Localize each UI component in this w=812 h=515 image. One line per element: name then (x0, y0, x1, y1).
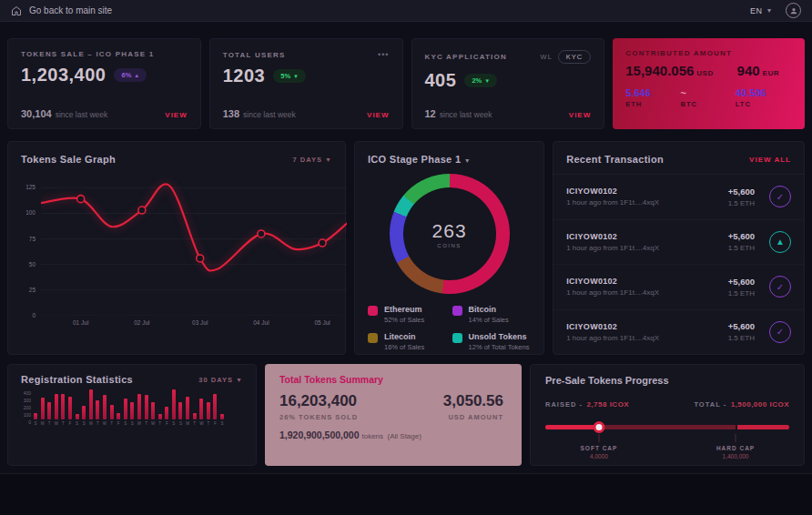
bar: F (165, 407, 168, 419)
coins-label: COINS (437, 243, 462, 248)
view-button[interactable]: VIEW (367, 111, 389, 119)
transaction-row[interactable]: ICIYOW0102 1 hour ago from 1F1t....4xqX … (553, 220, 804, 266)
bar-day-label: T (62, 421, 65, 426)
presale-progress-panel: Pre-Sale Tokens Progress RAISED - 2,758 … (530, 364, 805, 466)
y-tick-label: 0 (17, 312, 36, 318)
trend-badge: 2%▼ (464, 74, 497, 87)
view-button[interactable]: VIEW (569, 111, 591, 119)
bar: W (199, 399, 203, 419)
panel-title: Pre-Sale Tokens Progress (545, 375, 789, 386)
bar: S (76, 414, 79, 419)
panel-title[interactable]: ICO Stage Phase 1 ▼ (368, 154, 471, 165)
transaction-eth-amount: 1.5 ETH (728, 199, 755, 207)
hard-cap-label: HARD CAP 1,400,000 (716, 445, 755, 459)
user-avatar[interactable] (786, 3, 801, 18)
usd-amount: 3,050.56 USD AMOUNT (443, 392, 503, 421)
progress-handle[interactable] (593, 421, 604, 433)
ltc-contribution: 40.506 LTC (736, 87, 790, 108)
language-selector[interactable]: EN ▼ (750, 6, 773, 15)
bar-day-label: S (179, 421, 182, 426)
transaction-meta: 1 hour ago from 1F1t....4xqX (566, 244, 728, 252)
chevron-down-icon: ▼ (236, 377, 243, 383)
delta-note: since last week (440, 110, 492, 119)
line-marker (319, 239, 326, 247)
legend-swatch (368, 306, 378, 316)
donut-chart: 263 COINS (390, 174, 510, 294)
total-tokens-summary-panel: Total Tokens Summary 16,203,400 26% TOKE… (265, 364, 522, 466)
card-contributed-amount: CONTRIBUTED AMOUNT 15,940.056USD 940EUR … (613, 38, 805, 129)
check-icon: ✓ (769, 276, 791, 298)
kyc-tab[interactable]: KYC (558, 50, 591, 64)
bar-day-label: F (69, 421, 72, 426)
bar: M (89, 389, 93, 419)
line-marker (258, 230, 265, 237)
bar-day-label: T (193, 421, 196, 426)
progress-track (545, 425, 789, 429)
transaction-id: ICIYOW0102 (566, 322, 728, 331)
ico-stage-panel: ICO Stage Phase 1 ▼ 263 COINS Ethereum 5… (354, 141, 544, 355)
view-button[interactable]: VIEW (165, 111, 187, 119)
legend-swatch (452, 333, 462, 343)
bar: S (172, 389, 176, 419)
range-dropdown[interactable]: 7 DAYS ▼ (293, 156, 332, 164)
range-dropdown[interactable]: 30 DAYS ▼ (198, 376, 243, 384)
bar: M (186, 397, 189, 419)
card-title: TOTAL USERS (223, 51, 286, 59)
total-amount: TOTAL - 1,500,000 ICOX (694, 394, 789, 410)
view-all-button[interactable]: VIEW ALL (749, 156, 791, 164)
bar: S (130, 402, 134, 419)
legend-item: Bitcoin 14% of Sales (452, 305, 532, 324)
legend-name: Ethereum (384, 305, 424, 314)
transaction-row[interactable]: ICIYOW0102 1 hour ago from 1F1t....4xqX … (553, 175, 804, 220)
bar: S (34, 413, 37, 419)
btc-contribution: ~ BTC (681, 87, 736, 108)
card-tokens-sale: TOKENS SALE – ICO PHASE 1 1,203,400 6%▲ … (7, 38, 201, 129)
dots-menu-icon[interactable]: ••• (378, 50, 389, 59)
card-title: KYC APPLICATION (425, 53, 507, 61)
tokens-sale-value: 1,203,400 (21, 65, 106, 86)
bar: T (96, 400, 99, 419)
card-title: CONTRIBUTED AMOUNT (625, 49, 792, 57)
user-icon (789, 6, 798, 15)
legend-desc: 14% of Sales (469, 316, 509, 324)
softcap-tick (598, 434, 599, 442)
legend-name: Bitcoin (469, 305, 509, 314)
raised-amount: RAISED - 2,758 ICOX (545, 394, 629, 410)
transaction-row[interactable]: ICIYOW0102 1 hour ago from 1F1t....4xqX … (553, 265, 804, 310)
line-chart-svg (41, 177, 347, 316)
bar-day-label: F (117, 421, 120, 426)
y-tick-label: 25 (17, 287, 36, 293)
transaction-row[interactable]: ICIYOW0102 1 hour ago from 1F1t....4xqX … (553, 310, 804, 355)
bar-day-label: T (48, 421, 51, 426)
transaction-amount: +5,600 (728, 187, 755, 197)
check-icon: ✓ (769, 321, 791, 343)
bar: W (103, 395, 107, 419)
home-icon (11, 5, 22, 16)
bar: F (117, 413, 120, 419)
x-tick-label: 04 Jul (253, 319, 269, 326)
usd-amount: 15,940.056USD (625, 63, 713, 79)
bar: F (68, 397, 72, 419)
legend-desc: 12% of Total Tokens (469, 343, 530, 351)
bar-day-label: T (158, 421, 161, 426)
back-to-main-site[interactable]: Go back to main site (11, 5, 112, 16)
coins-count: 263 (432, 220, 467, 242)
transaction-eth-amount: 1.5 ETH (728, 289, 755, 298)
bar-chart: 4003002001000 S M T W T F S S M T W T F … (21, 389, 247, 427)
bar-day-label: S (34, 421, 36, 426)
bar-y-tick: 100 (24, 412, 31, 418)
line-marker (77, 196, 85, 203)
bar-day-label: F (166, 421, 168, 426)
legend-name: Litecoin (384, 332, 424, 341)
bar-y-tick: 300 (24, 398, 31, 403)
panel-title: Recent Transaction (566, 154, 664, 165)
wl-tab[interactable]: WL (541, 53, 553, 61)
topbar: Go back to main site EN ▼ (0, 0, 812, 22)
trend-badge: 6%▲ (114, 68, 147, 82)
tokens-sold: 16,203,400 26% TOKENS SOLD (279, 392, 358, 421)
delta-note: since last week (243, 110, 296, 119)
arrow-down-icon: ▼ (293, 74, 299, 79)
bar: T (61, 394, 65, 419)
transaction-eth-amount: 1.5 ETH (728, 244, 755, 252)
card-title: TOKENS SALE – ICO PHASE 1 (21, 50, 154, 58)
